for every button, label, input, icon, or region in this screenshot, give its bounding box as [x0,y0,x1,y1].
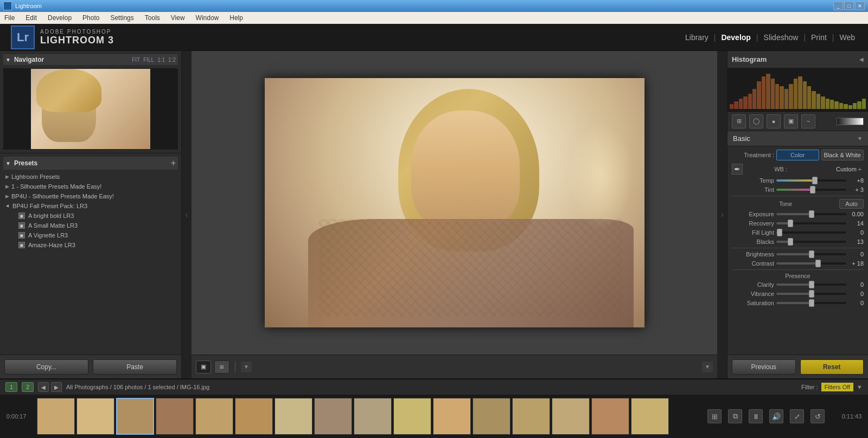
grid-view-button[interactable]: ▣ [196,360,211,373]
tint-slider[interactable] [776,189,846,191]
graduated-filter-icon[interactable]: ▣ [784,114,798,128]
brightness-slider[interactable] [776,253,846,255]
list-item[interactable] [354,398,392,435]
preset-item-vignette[interactable]: ▣ A Vignette LR3 [3,230,178,240]
maximize-button[interactable]: □ [844,2,854,10]
previous-button[interactable]: Previous [732,359,796,375]
nav-fill[interactable]: FILL [143,57,154,63]
color-btn[interactable]: Color [776,150,819,160]
clarity-slider[interactable] [776,284,846,286]
menu-file[interactable]: File [2,13,17,23]
saturation-thumb[interactable] [809,299,814,307]
list-item[interactable] [156,398,194,435]
filmstrip-forward-btn[interactable]: ▶ [51,382,62,392]
nav-1-2[interactable]: 1:2 [168,57,176,63]
toolbar-right-dropdown[interactable]: ▼ [702,362,713,372]
list-item[interactable] [552,398,590,435]
spot-removal-icon[interactable]: ◯ [749,114,763,128]
nav-fit[interactable]: FIT [132,57,140,63]
list-item[interactable] [631,398,669,435]
contrast-thumb[interactable] [815,260,821,267]
nav-slideshow[interactable]: Slideshow [762,32,801,43]
list-item[interactable] [116,398,154,435]
left-nav-arrow[interactable]: ‹ [182,51,192,378]
exposure-slider[interactable] [776,213,846,215]
auto-btn[interactable]: Auto [839,199,864,209]
nav-develop[interactable]: Develop [719,32,752,43]
fullscreen-btn[interactable]: ⤢ [790,409,804,423]
sync-btn[interactable]: ↺ [810,409,825,423]
list-item[interactable] [591,398,629,435]
presets-add-btn[interactable]: + [171,158,176,168]
nav-library[interactable]: Library [683,32,711,43]
saturation-slider[interactable] [776,302,846,304]
toolbar-dropdown-btn[interactable]: ▼ [241,362,252,372]
presets-header[interactable]: ▼ Presets + [3,157,178,170]
blacks-thumb[interactable] [788,238,793,246]
preset-group-lightroom[interactable]: ▶ Lightroom Presets [3,172,178,182]
navigator-header[interactable]: ▼ Navigator FIT FILL 1:1 1:2 [3,54,178,65]
nav-web[interactable]: Web [837,32,857,43]
crop-tool-icon[interactable]: ⊞ [732,114,746,128]
fill-light-thumb[interactable] [777,229,782,236]
volume-btn[interactable]: 🔊 [769,409,783,423]
pause-btn[interactable]: ⏸ [749,409,763,423]
minimize-button[interactable]: _ [833,2,843,10]
reset-button[interactable]: Reset [800,359,864,375]
preset-item-bright[interactable]: ▣ A bright bold LR3 [3,211,178,221]
list-item[interactable] [473,398,510,435]
clarity-thumb[interactable] [809,281,814,288]
vibrance-thumb[interactable] [809,290,814,298]
list-item[interactable] [275,398,312,435]
filmstrip-back-btn[interactable]: ◀ [38,382,49,392]
compare-btn[interactable]: ⧉ [728,409,742,423]
nav-1-1[interactable]: 1:1 [157,57,165,63]
menu-settings[interactable]: Settings [108,13,136,23]
list-item[interactable] [195,398,233,435]
preset-group-bp4u-silhouette[interactable]: ▶ BP4U - Silhouette Presets Made Easy! [3,191,178,201]
histogram-collapse-btn[interactable]: ◀ [859,56,864,62]
recovery-slider[interactable] [776,222,846,224]
copy-button[interactable]: Copy... [4,359,88,375]
preset-group-silhouette1[interactable]: ▶ 1 - Silhouette Presets Made Easy! [3,182,178,191]
temp-slider[interactable] [776,179,846,182]
grid-btn[interactable]: ⊞ [707,409,722,423]
preset-item-matte[interactable]: ▣ A Small Matte LR3 [3,221,178,230]
list-item[interactable] [314,398,352,435]
list-item[interactable] [393,398,431,435]
menu-tools[interactable]: Tools [143,13,162,23]
blacks-slider[interactable] [776,241,846,243]
red-eye-icon[interactable]: ● [767,114,781,128]
list-item[interactable] [235,398,273,435]
list-item[interactable] [512,398,550,435]
menu-help[interactable]: Help [227,13,245,23]
menu-develop[interactable]: Develop [46,13,74,23]
vibrance-slider[interactable] [776,293,846,295]
compare-view-button[interactable]: ⊞ [214,360,229,373]
exposure-thumb[interactable] [809,210,814,218]
tint-thumb[interactable] [810,186,815,194]
recovery-thumb[interactable] [788,220,793,227]
menu-photo[interactable]: Photo [80,13,101,23]
menu-window[interactable]: Window [194,13,221,23]
list-item[interactable] [433,398,471,435]
preset-item-amaze[interactable]: ▣ Amaze-Haze LR3 [3,240,178,250]
list-item[interactable] [76,398,114,435]
preset-group-bp4u-fall[interactable]: ▼ BP4U Fall Preset Pack: LR3 [3,201,178,211]
paste-button[interactable]: Paste [93,359,177,375]
adjustment-brush-icon[interactable]: ~ [801,114,815,128]
nav-print[interactable]: Print [809,32,829,43]
bw-btn[interactable]: Black & White [821,150,864,160]
menu-view[interactable]: View [169,13,187,23]
close-button[interactable]: ✕ [855,2,865,10]
temp-thumb[interactable] [812,177,818,184]
menu-edit[interactable]: Edit [23,13,39,23]
brightness-thumb[interactable] [809,250,814,258]
contrast-slider[interactable] [776,262,846,265]
wb-picker-icon[interactable]: ✒ [732,164,743,175]
filter-dropdown-arrow[interactable]: ▼ [857,384,863,390]
list-item[interactable] [37,398,75,435]
filter-dropdown[interactable]: Filters Off [821,383,853,391]
right-nav-arrow[interactable]: › [717,51,727,378]
basic-section-header[interactable]: Basic ▼ [727,131,868,146]
